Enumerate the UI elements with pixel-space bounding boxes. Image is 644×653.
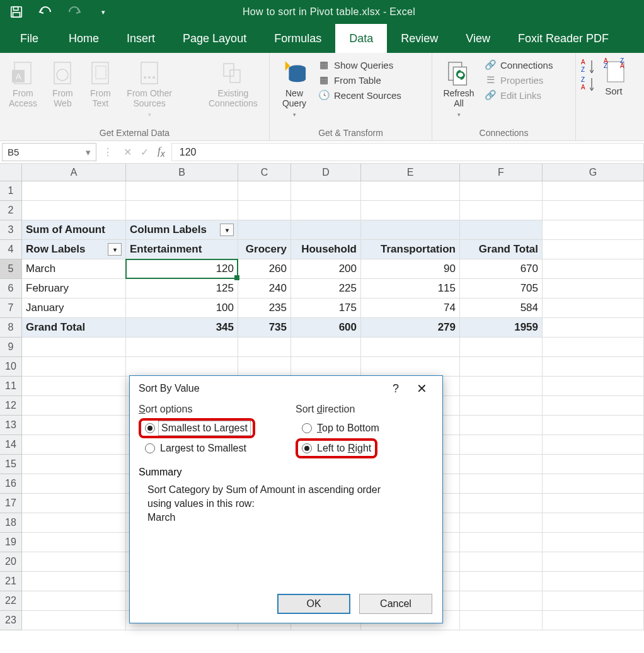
row-header-6[interactable]: 6 [0, 279, 22, 298]
cell-A11[interactable] [22, 377, 126, 396]
close-icon[interactable]: ✕ [410, 381, 434, 396]
tab-insert[interactable]: Insert [113, 24, 169, 53]
cell-E6[interactable]: 115 [361, 279, 460, 298]
select-all-corner[interactable] [0, 164, 22, 181]
cell-A12[interactable] [22, 396, 126, 416]
col-header-D[interactable]: D [291, 164, 361, 181]
cell-G4[interactable] [543, 240, 644, 259]
cell-B1[interactable] [126, 181, 238, 201]
cell-F21[interactable] [460, 572, 543, 591]
cell-F15[interactable] [460, 455, 543, 474]
sort-button[interactable]: ZAAZ Sort [597, 55, 630, 96]
chevron-down-icon[interactable]: ▾ [86, 147, 91, 158]
cell-A19[interactable] [22, 533, 126, 552]
sort-az-button[interactable]: AZ [581, 59, 594, 73]
tab-file[interactable]: File [4, 24, 55, 53]
row-header-5[interactable]: 5 [0, 259, 22, 279]
from-other-sources-button[interactable]: From Other Sources▾ [120, 55, 178, 120]
cell-G1[interactable] [543, 181, 644, 201]
show-queries-button[interactable]: ▦Show Queries [318, 59, 401, 71]
cell-A15[interactable] [22, 455, 126, 474]
cell-G2[interactable] [543, 201, 644, 220]
existing-connections-button[interactable]: Existing Connections [201, 55, 265, 108]
cell-F1[interactable] [460, 181, 543, 201]
row-header-11[interactable]: 11 [0, 377, 22, 396]
tab-view[interactable]: View [452, 24, 504, 53]
cell-G17[interactable] [543, 494, 644, 513]
new-query-button[interactable]: New Query▾ [273, 55, 315, 120]
radio-smallest-to-largest[interactable] [145, 423, 155, 433]
cell-F17[interactable] [460, 494, 543, 513]
cell-A6[interactable]: February [22, 279, 126, 298]
cell-G20[interactable] [543, 552, 644, 572]
cell-E9[interactable] [361, 338, 460, 357]
row-header-22[interactable]: 22 [0, 591, 22, 611]
cell-A2[interactable] [22, 201, 126, 220]
cell-A16[interactable] [22, 474, 126, 494]
cell-A17[interactable] [22, 494, 126, 513]
cell-F22[interactable] [460, 591, 543, 611]
cell-F10[interactable] [460, 357, 543, 377]
cell-F18[interactable] [460, 513, 543, 533]
fx-icon[interactable]: fx [158, 145, 165, 159]
cell-E8[interactable]: 279 [361, 318, 460, 338]
cell-F4[interactable]: Grand Total [460, 240, 543, 259]
cell-E2[interactable] [361, 201, 460, 220]
cell-G19[interactable] [543, 533, 644, 552]
row-header-9[interactable]: 9 [0, 338, 22, 357]
cell-F20[interactable] [460, 552, 543, 572]
row-header-15[interactable]: 15 [0, 455, 22, 474]
row-header-4[interactable]: 4 [0, 240, 22, 259]
from-table-button[interactable]: ▦From Table [318, 74, 401, 86]
cell-E5[interactable]: 90 [361, 259, 460, 279]
cell-D8[interactable]: 600 [291, 318, 361, 338]
cell-B6[interactable]: 125 [126, 279, 238, 298]
cell-E4[interactable]: Transportation [361, 240, 460, 259]
cell-C3[interactable] [238, 220, 291, 240]
name-box[interactable]: B5▾ [2, 143, 96, 161]
cell-G7[interactable] [543, 298, 644, 318]
save-icon[interactable] [5, 1, 28, 23]
refresh-all-button[interactable]: Refresh All▾ [436, 55, 481, 120]
connections-button[interactable]: 🔗Connections [484, 59, 553, 71]
row-header-12[interactable]: 12 [0, 396, 22, 416]
cell-A5[interactable]: March [22, 259, 126, 279]
row-header-14[interactable]: 14 [0, 435, 22, 455]
cell-G22[interactable] [543, 591, 644, 611]
cell-D9[interactable] [291, 338, 361, 357]
row-header-20[interactable]: 20 [0, 552, 22, 572]
cell-E1[interactable] [361, 181, 460, 201]
cell-C4[interactable]: Grocery [238, 240, 291, 259]
cell-E7[interactable]: 74 [361, 298, 460, 318]
cell-A3[interactable]: Sum of Amount [22, 220, 126, 240]
cell-A1[interactable] [22, 181, 126, 201]
cell-D7[interactable]: 175 [291, 298, 361, 318]
col-header-C[interactable]: C [238, 164, 291, 181]
row-header-1[interactable]: 1 [0, 181, 22, 201]
tab-foxit[interactable]: Foxit Reader PDF [504, 24, 623, 53]
cell-A21[interactable] [22, 572, 126, 591]
cell-D4[interactable]: Household [291, 240, 361, 259]
cell-G11[interactable] [543, 377, 644, 396]
cell-F9[interactable] [460, 338, 543, 357]
cell-D3[interactable] [291, 220, 361, 240]
cell-B8[interactable]: 345 [126, 318, 238, 338]
undo-icon[interactable] [34, 1, 57, 23]
cell-B2[interactable] [126, 201, 238, 220]
cell-F8[interactable]: 1959 [460, 318, 543, 338]
cell-F13[interactable] [460, 416, 543, 435]
row-header-17[interactable]: 17 [0, 494, 22, 513]
cell-F6[interactable]: 705 [460, 279, 543, 298]
cell-B10[interactable] [126, 357, 238, 377]
row-labels-dropdown-icon[interactable]: ▾ [108, 243, 122, 256]
cell-D5[interactable]: 200 [291, 259, 361, 279]
tab-formulas[interactable]: Formulas [260, 24, 335, 53]
from-text-button[interactable]: From Text [83, 55, 118, 108]
cell-F14[interactable] [460, 435, 543, 455]
from-web-button[interactable]: From Web [45, 55, 81, 108]
formula-input[interactable]: 120 [171, 143, 644, 161]
cell-F19[interactable] [460, 533, 543, 552]
cell-G21[interactable] [543, 572, 644, 591]
help-icon[interactable]: ? [381, 382, 410, 395]
col-header-G[interactable]: G [543, 164, 644, 181]
